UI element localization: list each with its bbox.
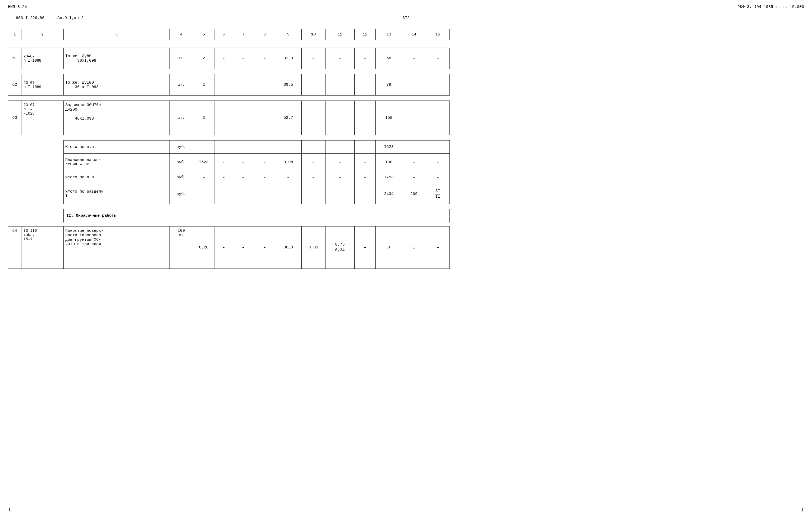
sum2-col2: [21, 154, 64, 171]
table-row: 61 23–07 п.I–1088 То же, Ду80 30хI,098 ш…: [8, 48, 450, 69]
row-63-col12: –: [355, 101, 376, 135]
row-63-col3: Задвижка 30Ч76к Ду200 48хI,098: [64, 101, 169, 135]
top-right-label: РКФ 3. 194 1985 г. т. 15:000: [737, 5, 804, 9]
corner-bottom-left: └: [8, 509, 11, 514]
row-64-col15: –: [426, 226, 450, 269]
sum2-col5: I623: [193, 154, 214, 171]
doc-ref2: .Ал.9.I,кн.2: [55, 16, 84, 20]
row-64-col2: I3–II6 табл. I5–I: [21, 226, 64, 269]
row-64-col1: 64: [8, 226, 21, 269]
sum3-col13: I753: [376, 171, 402, 184]
sum3-col2: [21, 171, 64, 184]
col-header-4: 4: [169, 29, 193, 40]
sum2-col4: руб.: [169, 154, 193, 171]
row-61-col13: 66: [376, 48, 402, 69]
sum3-col11: –: [326, 171, 355, 184]
row-61-col2: 23–07 п.I–1088: [21, 48, 64, 69]
row-63-col14: –: [402, 101, 426, 135]
table-row: 63 23–07 п.I– –I028 Задвижка 30Ч76к Ду20…: [8, 101, 450, 135]
col-header-10: 10: [302, 29, 326, 40]
table-header-row: 1 2 3 4 5 6 7 8 9 10 11 12 13 14 15: [8, 29, 450, 40]
row-64-col10: 4,83: [302, 226, 326, 269]
row-62-col13: 79: [376, 74, 402, 96]
row-63-col15: –: [426, 101, 450, 135]
sum4-col10: –: [302, 184, 326, 204]
col-header-13: 13: [376, 29, 402, 40]
page: НМП-8.24 РКФ 3. 194 1985 г. т. 15:000 90…: [0, 0, 812, 522]
corner-bottom-right: ┘: [801, 509, 804, 514]
sum3-col7: –: [233, 171, 254, 184]
sum3-col6: –: [214, 171, 233, 184]
row-64-col8: –: [254, 226, 275, 269]
row-61-col14: –: [402, 48, 426, 69]
col-header-6: 6: [214, 29, 233, 40]
sum2-col1: [8, 154, 21, 171]
fraction-top-64: 0,75: [335, 242, 345, 248]
sum1-col3: Итого по п.п.: [64, 140, 169, 154]
sum3-col8: –: [254, 171, 275, 184]
fraction-bottom-64: 0,24: [335, 248, 345, 253]
col-header-5: 5: [193, 29, 214, 40]
sum3-col14: –: [402, 171, 426, 184]
spacer-row: [8, 204, 450, 209]
sum4-col8: –: [254, 184, 275, 204]
sum1-col6: –: [214, 140, 233, 154]
row-62-col11: –: [326, 74, 355, 96]
section-header-col1: [8, 209, 21, 222]
row-62-col15: –: [426, 74, 450, 96]
row-62-col5: 2: [193, 74, 214, 96]
sum2-col6: –: [214, 154, 233, 171]
row-64-col3: Покрытие поверх- ности газопрово- дов гр…: [64, 226, 169, 269]
row-64-col11: 0,75 0,24: [326, 226, 355, 269]
sum1-col12: –: [355, 140, 376, 154]
sum4-col5: –: [193, 184, 214, 204]
row-61-col8: –: [254, 48, 275, 69]
row-62-col3: То же, ДуI00 36 х I,098: [64, 74, 169, 96]
col-header-12: 12: [355, 29, 376, 40]
summary-row: Итого по п.п. руб. – – – – – – – – I623 …: [8, 140, 450, 154]
doc-page: — 372 —: [398, 16, 414, 20]
row-63-col5: 3: [193, 101, 214, 135]
col-header-15: 15: [426, 29, 450, 40]
row-63-col10: –: [302, 101, 326, 135]
sum1-col14: –: [402, 140, 426, 154]
sum2-col11: –: [326, 154, 355, 171]
row-64-col12: –: [355, 226, 376, 269]
spacer-row: [8, 69, 450, 74]
sum4-col12: –: [355, 184, 376, 204]
summary-row: Итого по п.п. руб. – – – – – – – – I753 …: [8, 171, 450, 184]
section-header-row: II. Окрасочные работы: [8, 209, 450, 222]
sum1-col2: [21, 140, 64, 154]
fraction-value-64: 0,75 0,24: [335, 242, 345, 253]
spacer-row: [8, 40, 450, 48]
row-61-col3: То же, Ду80 30хI,098: [64, 48, 169, 69]
sum4-col15: 3I II: [426, 184, 450, 204]
row-63-col8: –: [254, 101, 275, 135]
row-63-col2: 23–07 п.I– –I028: [21, 101, 64, 135]
row-64-col13: 9: [376, 226, 402, 269]
sum2-col8: –: [254, 154, 275, 171]
section-header-label: II. Окрасочные работы: [64, 209, 450, 222]
summary-row: Итого по разделу I руб. – – – – – – – – …: [8, 184, 450, 204]
doc-ref1: 903–I–229.86: [16, 16, 44, 20]
sum1-col9: –: [275, 140, 302, 154]
fraction-value: 3I II: [435, 189, 440, 199]
sum3-col4: руб.: [169, 171, 193, 184]
row-62-col1: 62: [8, 74, 21, 96]
spacer-row: [8, 135, 450, 140]
top-left-label: НМП-8.24: [8, 5, 27, 9]
col-header-8: 8: [254, 29, 275, 40]
sum2-col3: Плановые накоп- ления – 8%: [64, 154, 169, 171]
sum1-col1: [8, 140, 21, 154]
row-62-col8: –: [254, 74, 275, 96]
row-61-col7: –: [233, 48, 254, 69]
row-63-col6: –: [214, 101, 233, 135]
sum1-col8: –: [254, 140, 275, 154]
row-62-col10: –: [302, 74, 326, 96]
row-61-col12: –: [355, 48, 376, 69]
row-61-col15: –: [426, 48, 450, 69]
col-header-9: 9: [275, 29, 302, 40]
sum4-col3: Итого по разделу I: [64, 184, 169, 204]
sum1-col7: –: [233, 140, 254, 154]
sum2-col14: –: [402, 154, 426, 171]
